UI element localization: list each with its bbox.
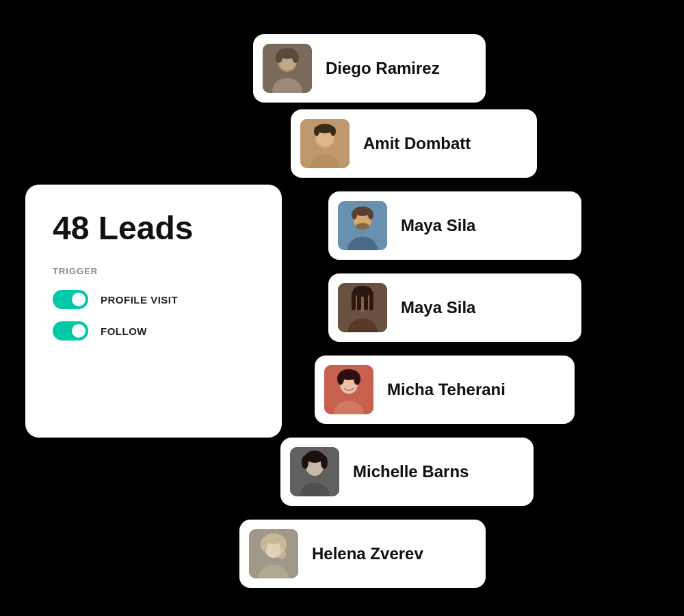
svg-point-40 <box>321 455 328 469</box>
person-name-maya1: Maya Sila <box>401 216 475 235</box>
svg-point-19 <box>352 210 357 219</box>
leads-panel: 48 Leads TRIGGER PROFILE VISIT FOLLOW <box>25 185 282 438</box>
svg-point-17 <box>356 223 369 230</box>
avatar-helena <box>249 529 298 578</box>
svg-rect-26 <box>357 290 361 310</box>
svg-point-34 <box>354 373 360 385</box>
leads-title: 48 Leads <box>53 209 254 247</box>
svg-point-5 <box>276 52 282 63</box>
person-name-micha: Micha Teherani <box>387 380 505 399</box>
avatar-michelle <box>290 447 339 496</box>
person-card-maya1[interactable]: Maya Sila <box>328 191 581 260</box>
avatar-maya2 <box>338 283 387 332</box>
avatar-maya1 <box>338 201 387 250</box>
avatar-diego <box>263 44 312 93</box>
person-card-diego[interactable]: Diego Ramirez <box>253 34 486 103</box>
person-card-amit[interactable]: Amit Dombatt <box>291 109 537 178</box>
profile-visit-toggle[interactable] <box>53 290 88 309</box>
person-card-maya2[interactable]: Maya Sila <box>328 273 581 342</box>
person-card-michelle[interactable]: Michelle Barns <box>280 438 534 506</box>
svg-point-33 <box>337 373 344 385</box>
svg-point-39 <box>302 455 308 469</box>
svg-point-20 <box>368 210 373 219</box>
svg-rect-27 <box>364 290 368 310</box>
person-card-helena[interactable]: Helena Zverev <box>239 520 486 588</box>
person-name-amit: Amit Dombatt <box>363 134 471 153</box>
person-card-micha[interactable]: Micha Teherani <box>315 356 575 424</box>
follow-toggle-row: FOLLOW <box>53 321 254 340</box>
svg-point-6 <box>292 52 299 63</box>
avatar-micha <box>324 365 373 414</box>
svg-point-45 <box>261 537 267 551</box>
person-name-helena: Helena Zverev <box>312 544 423 563</box>
svg-point-13 <box>330 126 336 136</box>
person-name-michelle: Michelle Barns <box>353 462 469 481</box>
person-name-maya2: Maya Sila <box>401 298 475 317</box>
scene: 48 Leads TRIGGER PROFILE VISIT FOLLOW <box>0 0 684 616</box>
trigger-label: TRIGGER <box>53 266 254 276</box>
svg-point-47 <box>278 548 286 559</box>
follow-toggle[interactable] <box>53 321 88 340</box>
svg-point-12 <box>314 126 319 136</box>
svg-rect-25 <box>352 291 356 310</box>
avatar-amit <box>300 119 350 168</box>
svg-point-24 <box>353 286 372 297</box>
svg-rect-28 <box>369 291 373 310</box>
profile-visit-label: PROFILE VISIT <box>101 294 178 306</box>
follow-label: FOLLOW <box>101 325 147 337</box>
profile-visit-toggle-row: PROFILE VISIT <box>53 290 254 309</box>
person-name-diego: Diego Ramirez <box>326 59 440 78</box>
